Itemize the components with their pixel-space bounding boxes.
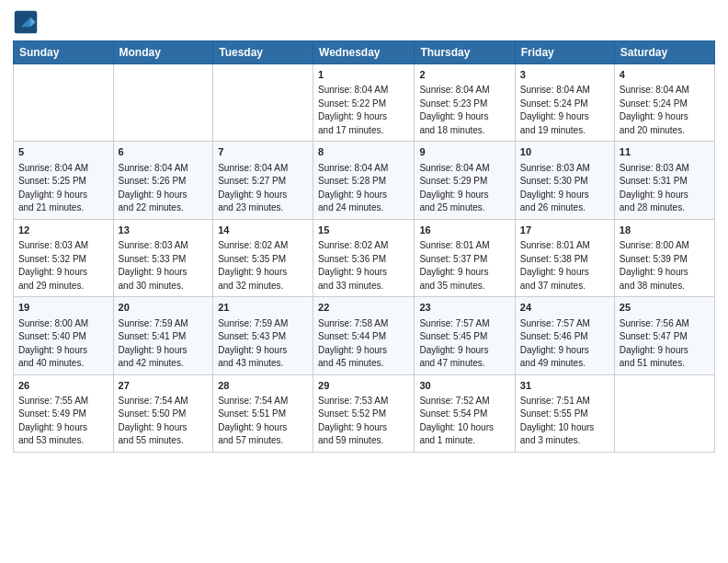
week-row-2: 5Sunrise: 8:04 AMSunset: 5:25 PMDaylight… (14, 142, 715, 219)
day-number: 25 (620, 301, 710, 315)
calendar-cell: 16Sunrise: 8:01 AMSunset: 5:37 PMDayligh… (415, 219, 515, 296)
calendar-cell (614, 374, 714, 452)
day-number: 10 (520, 145, 609, 159)
week-row-3: 12Sunrise: 8:03 AMSunset: 5:32 PMDayligh… (14, 219, 715, 296)
calendar-cell: 31Sunrise: 7:51 AMSunset: 5:55 PMDayligh… (515, 374, 614, 452)
day-number: 4 (620, 68, 710, 82)
day-info: Sunrise: 7:59 AMSunset: 5:43 PMDaylight:… (218, 317, 308, 371)
day-number: 27 (119, 379, 209, 393)
day-info: Sunrise: 8:04 AMSunset: 5:23 PMDaylight:… (419, 84, 509, 137)
day-number: 3 (520, 68, 609, 82)
day-number: 31 (520, 379, 609, 393)
calendar-cell: 3Sunrise: 8:04 AMSunset: 5:24 PMDaylight… (515, 64, 614, 142)
day-info: Sunrise: 8:04 AMSunset: 5:24 PMDaylight:… (520, 84, 609, 137)
day-info: Sunrise: 8:00 AMSunset: 5:39 PMDaylight:… (620, 239, 710, 293)
calendar-cell: 24Sunrise: 7:57 AMSunset: 5:46 PMDayligh… (515, 297, 614, 374)
day-number: 24 (520, 301, 609, 315)
day-info: Sunrise: 7:56 AMSunset: 5:47 PMDaylight:… (620, 317, 710, 371)
calendar-cell: 21Sunrise: 7:59 AMSunset: 5:43 PMDayligh… (213, 297, 313, 374)
calendar-cell: 29Sunrise: 7:53 AMSunset: 5:52 PMDayligh… (313, 374, 415, 452)
day-info: Sunrise: 8:04 AMSunset: 5:24 PMDaylight:… (620, 84, 710, 137)
day-info: Sunrise: 7:51 AMSunset: 5:55 PMDaylight:… (520, 395, 609, 448)
day-number: 20 (119, 301, 209, 315)
day-number: 16 (419, 224, 509, 237)
day-number: 18 (620, 224, 710, 237)
day-number: 9 (419, 145, 509, 159)
weekday-header-monday: Monday (113, 41, 213, 64)
weekday-header-tuesday: Tuesday (213, 41, 313, 64)
day-number: 26 (18, 379, 108, 393)
calendar-cell: 22Sunrise: 7:58 AMSunset: 5:44 PMDayligh… (313, 297, 415, 374)
header (13, 9, 715, 35)
weekday-header-saturday: Saturday (614, 41, 714, 64)
logo-icon (13, 9, 39, 35)
day-number: 2 (419, 68, 509, 82)
day-info: Sunrise: 7:53 AMSunset: 5:52 PMDaylight:… (318, 395, 409, 448)
calendar-cell: 8Sunrise: 8:04 AMSunset: 5:28 PMDaylight… (313, 142, 415, 219)
day-number: 19 (18, 301, 108, 315)
calendar-cell (113, 64, 213, 142)
calendar-cell: 1Sunrise: 8:04 AMSunset: 5:22 PMDaylight… (313, 64, 415, 142)
day-info: Sunrise: 8:04 AMSunset: 5:22 PMDaylight:… (318, 84, 409, 137)
weekday-header-thursday: Thursday (415, 41, 515, 64)
calendar-cell: 18Sunrise: 8:00 AMSunset: 5:39 PMDayligh… (614, 219, 714, 296)
day-info: Sunrise: 7:57 AMSunset: 5:45 PMDaylight:… (419, 317, 509, 371)
calendar-cell: 19Sunrise: 8:00 AMSunset: 5:40 PMDayligh… (14, 297, 114, 374)
day-info: Sunrise: 7:58 AMSunset: 5:44 PMDaylight:… (318, 317, 409, 371)
day-number: 1 (318, 68, 409, 82)
day-number: 29 (318, 379, 409, 393)
day-info: Sunrise: 7:57 AMSunset: 5:46 PMDaylight:… (520, 317, 609, 371)
calendar-cell: 11Sunrise: 8:03 AMSunset: 5:31 PMDayligh… (614, 142, 714, 219)
day-info: Sunrise: 7:54 AMSunset: 5:50 PMDaylight:… (119, 395, 209, 448)
day-info: Sunrise: 8:04 AMSunset: 5:29 PMDaylight:… (419, 162, 509, 215)
day-number: 28 (218, 379, 308, 393)
day-number: 17 (520, 224, 609, 237)
day-info: Sunrise: 8:04 AMSunset: 5:26 PMDaylight:… (119, 162, 209, 215)
day-number: 11 (620, 145, 710, 159)
calendar-cell: 5Sunrise: 8:04 AMSunset: 5:25 PMDaylight… (14, 142, 114, 219)
day-info: Sunrise: 8:04 AMSunset: 5:25 PMDaylight:… (18, 162, 108, 215)
week-row-5: 26Sunrise: 7:55 AMSunset: 5:49 PMDayligh… (14, 374, 715, 452)
calendar-cell: 13Sunrise: 8:03 AMSunset: 5:33 PMDayligh… (113, 219, 213, 296)
calendar-cell: 23Sunrise: 7:57 AMSunset: 5:45 PMDayligh… (415, 297, 515, 374)
calendar-cell: 4Sunrise: 8:04 AMSunset: 5:24 PMDaylight… (614, 64, 714, 142)
calendar-cell: 12Sunrise: 8:03 AMSunset: 5:32 PMDayligh… (14, 219, 114, 296)
day-info: Sunrise: 8:00 AMSunset: 5:40 PMDaylight:… (18, 317, 108, 371)
calendar-cell: 26Sunrise: 7:55 AMSunset: 5:49 PMDayligh… (14, 374, 114, 452)
day-number: 15 (318, 224, 409, 237)
day-info: Sunrise: 8:04 AMSunset: 5:28 PMDaylight:… (318, 162, 409, 215)
day-number: 13 (119, 224, 209, 237)
calendar-cell: 14Sunrise: 8:02 AMSunset: 5:35 PMDayligh… (213, 219, 313, 296)
calendar-cell: 27Sunrise: 7:54 AMSunset: 5:50 PMDayligh… (113, 374, 213, 452)
day-info: Sunrise: 7:54 AMSunset: 5:51 PMDaylight:… (218, 395, 308, 448)
weekday-header-row: SundayMondayTuesdayWednesdayThursdayFrid… (14, 41, 715, 64)
day-info: Sunrise: 7:55 AMSunset: 5:49 PMDaylight:… (18, 395, 108, 448)
calendar-cell: 17Sunrise: 8:01 AMSunset: 5:38 PMDayligh… (515, 219, 614, 296)
week-row-1: 1Sunrise: 8:04 AMSunset: 5:22 PMDaylight… (14, 64, 715, 142)
weekday-header-wednesday: Wednesday (313, 41, 415, 64)
calendar-cell: 25Sunrise: 7:56 AMSunset: 5:47 PMDayligh… (614, 297, 714, 374)
calendar-cell: 2Sunrise: 8:04 AMSunset: 5:23 PMDaylight… (415, 64, 515, 142)
calendar-cell: 20Sunrise: 7:59 AMSunset: 5:41 PMDayligh… (113, 297, 213, 374)
logo (13, 9, 42, 35)
day-number: 21 (218, 301, 308, 315)
day-number: 6 (119, 145, 209, 159)
day-number: 22 (318, 301, 409, 315)
day-info: Sunrise: 8:03 AMSunset: 5:30 PMDaylight:… (520, 162, 609, 215)
day-info: Sunrise: 8:03 AMSunset: 5:31 PMDaylight:… (620, 162, 710, 215)
day-number: 8 (318, 145, 409, 159)
weekday-header-sunday: Sunday (14, 41, 114, 64)
day-number: 14 (218, 224, 308, 237)
weekday-header-friday: Friday (515, 41, 614, 64)
day-info: Sunrise: 7:59 AMSunset: 5:41 PMDaylight:… (119, 317, 209, 371)
week-row-4: 19Sunrise: 8:00 AMSunset: 5:40 PMDayligh… (14, 297, 715, 374)
day-info: Sunrise: 8:01 AMSunset: 5:38 PMDaylight:… (520, 239, 609, 293)
day-number: 7 (218, 145, 308, 159)
day-number: 30 (419, 379, 509, 393)
page: SundayMondayTuesdayWednesdayThursdayFrid… (0, 0, 728, 563)
calendar-cell (14, 64, 114, 142)
calendar-cell: 6Sunrise: 8:04 AMSunset: 5:26 PMDaylight… (113, 142, 213, 219)
calendar-cell: 28Sunrise: 7:54 AMSunset: 5:51 PMDayligh… (213, 374, 313, 452)
day-info: Sunrise: 8:04 AMSunset: 5:27 PMDaylight:… (218, 162, 308, 215)
calendar-cell: 10Sunrise: 8:03 AMSunset: 5:30 PMDayligh… (515, 142, 614, 219)
